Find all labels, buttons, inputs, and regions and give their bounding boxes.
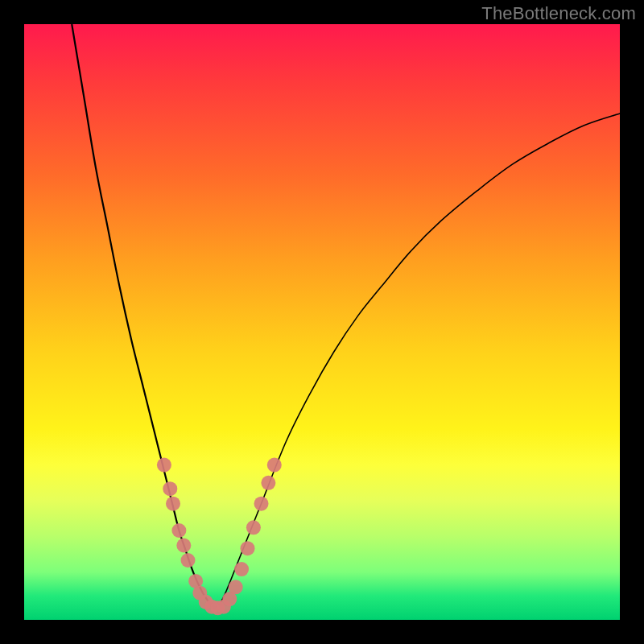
data-marker	[241, 541, 255, 555]
chart-svg	[24, 24, 620, 620]
data-marker	[254, 497, 269, 511]
data-marker	[157, 458, 171, 473]
curve-left	[72, 24, 215, 608]
marker-group	[157, 458, 282, 616]
curve-right	[215, 114, 620, 608]
chart-stage: TheBottleneck.com	[0, 0, 644, 644]
watermark-text: TheBottleneck.com	[481, 3, 636, 24]
data-marker	[261, 476, 275, 490]
data-marker	[171, 523, 186, 538]
data-marker	[181, 553, 196, 568]
plot-area	[24, 24, 620, 620]
data-marker	[267, 458, 282, 473]
data-marker	[176, 539, 191, 553]
data-marker	[166, 497, 180, 511]
data-marker	[229, 580, 243, 594]
data-marker	[246, 520, 261, 535]
data-marker	[163, 481, 177, 496]
data-marker	[234, 562, 249, 576]
